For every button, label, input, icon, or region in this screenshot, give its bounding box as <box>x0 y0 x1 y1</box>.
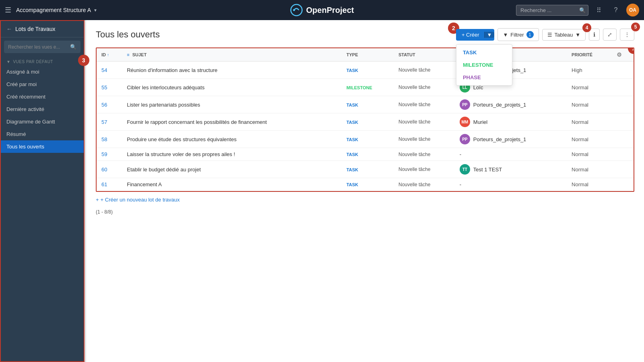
assignee-cell-empty: - <box>460 181 461 187</box>
cell-actions <box>612 62 634 79</box>
cell-id[interactable]: 56 <box>97 96 122 113</box>
assignee-avatar: MM <box>460 117 470 127</box>
table-row: 55 Cibler les interlocuteurs adéquats MI… <box>97 79 634 96</box>
tableau-button[interactable]: ☰ Tableau ▼ <box>542 29 586 41</box>
main-content: Tous les ouverts 2 + Créer ▼ TASK MILEST… <box>86 20 644 362</box>
header-actions: 2 + Créer ▼ TASK MILESTONE PHASE ▼ F <box>456 28 634 41</box>
cell-id[interactable]: 59 <box>97 148 122 161</box>
cell-id[interactable]: 54 <box>97 62 122 79</box>
work-packages-table-container: 1 ID ↑ ≡ SUJET TYPE STATUT ASSIGNÉ À PRI… <box>96 47 634 192</box>
create-new-link[interactable]: + + Créer un nouveau lot de travaux <box>96 197 634 203</box>
assignee-name: Porteurs_de_projets_1 <box>473 102 526 108</box>
step-badge-5: 5 <box>631 23 640 31</box>
assignee-name: Porteurs_de_projets_1 <box>473 136 526 142</box>
col-type[interactable]: TYPE <box>342 48 394 62</box>
cell-sujet: Fournir le rapport concernant les possib… <box>122 113 342 131</box>
create-button[interactable]: + Créer ▼ <box>456 29 495 41</box>
table-row: 57 Fournir le rapport concernant les pos… <box>97 113 634 131</box>
more-options-button[interactable]: ⋮ <box>620 29 634 41</box>
col-sujet[interactable]: ≡ SUJET <box>122 48 342 62</box>
cell-sujet: Lister les partenariats possibles <box>122 96 342 113</box>
filter-button[interactable]: ▼ Filtrer 1 5 <box>497 28 539 41</box>
type-badge: MILESTONE <box>347 85 372 90</box>
hamburger-menu[interactable]: ☰ <box>5 6 11 14</box>
sidebar-item[interactable]: Assigné à moi <box>1 66 84 78</box>
fullscreen-button[interactable]: ⤢ <box>603 29 617 41</box>
table-body: 54 Réunion d'information avec la structu… <box>97 62 634 191</box>
sidebar-section-chevron: ▼ <box>6 60 10 64</box>
cell-id[interactable]: 58 <box>97 131 122 148</box>
cell-type: MILESTONE <box>342 79 394 96</box>
type-badge: TASK <box>347 182 358 187</box>
type-badge: TASK <box>347 68 358 73</box>
cell-assignee: TT Test 1 TEST <box>455 161 567 178</box>
cell-statut: Nouvelle tâche <box>394 113 455 131</box>
sidebar: ← Lots de Travaux 🔍 ▼ VUES PAR DÉFAUT 3 … <box>0 20 85 362</box>
table-row: 58 Produire une étude des structures équ… <box>97 131 634 148</box>
create-new-plus-icon: + <box>96 197 99 203</box>
assignee-name: Muriel <box>473 119 487 125</box>
assignee-cell-empty: - <box>460 151 461 157</box>
sort-icon-id: ↑ <box>107 53 109 57</box>
main-layout: ← Lots de Travaux 🔍 ▼ VUES PAR DÉFAUT 3 … <box>0 20 644 362</box>
sidebar-item[interactable]: Diagramme de Gantt <box>1 115 84 128</box>
global-search-box[interactable]: 🔍 <box>516 5 588 16</box>
table-row: 61 Financement A TASK Nouvelle tâche - N… <box>97 178 634 191</box>
logo-icon <box>290 4 303 16</box>
type-badge: TASK <box>347 120 358 125</box>
cell-assignee: - <box>455 148 567 161</box>
help-button[interactable]: ? <box>609 4 622 16</box>
cell-priority: Normal <box>567 131 612 148</box>
cell-id[interactable]: 61 <box>97 178 122 191</box>
info-button[interactable]: ℹ <box>589 29 600 41</box>
sidebar-search-input[interactable] <box>8 44 68 50</box>
tableau-grid-icon: ☰ <box>547 32 552 38</box>
cell-priority: Normal <box>567 148 612 161</box>
cell-actions <box>612 161 634 178</box>
cell-actions <box>612 178 634 191</box>
cell-id[interactable]: 57 <box>97 113 122 131</box>
cell-id[interactable]: 60 <box>97 161 122 178</box>
col-priority[interactable]: PRIORITÉ <box>567 48 612 62</box>
table-row: 60 Etablir le budget dédié au projet TAS… <box>97 161 634 178</box>
sidebar-title: Lots de Travaux <box>15 26 56 32</box>
search-input[interactable] <box>520 7 577 13</box>
type-badge: TASK <box>347 137 358 142</box>
dropdown-item-phase[interactable]: PHASE <box>456 71 512 84</box>
sidebar-items-list: Assigné à moiCréé par moiCréé récemmentD… <box>1 66 84 153</box>
col-id[interactable]: ID ↑ <box>97 48 122 62</box>
cell-assignee: MM Muriel <box>455 113 567 131</box>
sidebar-item[interactable]: Créé par moi <box>1 78 84 90</box>
cell-priority: Normal <box>567 178 612 191</box>
tableau-label: Tableau <box>555 32 573 38</box>
cell-statut: Nouvelle tâche <box>394 96 455 113</box>
sidebar-item[interactable]: Tous les ouverts <box>1 140 84 153</box>
grid-menu-button[interactable]: ⠿ <box>592 4 605 16</box>
user-avatar[interactable]: OA <box>626 4 639 16</box>
assignee-cell: MM Muriel <box>460 117 562 127</box>
dropdown-item-task[interactable]: TASK <box>456 46 512 59</box>
svg-point-1 <box>293 9 295 11</box>
work-packages-table: ID ↑ ≡ SUJET TYPE STATUT ASSIGNÉ À PRIOR… <box>97 48 634 191</box>
create-new-label: + Créer un nouveau lot de travaux <box>101 197 180 203</box>
sidebar-item[interactable]: Résumé <box>1 128 84 140</box>
cell-statut: Nouvelle tâche <box>394 148 455 161</box>
sidebar-item[interactable]: Dernière activité <box>1 103 84 115</box>
dropdown-item-milestone[interactable]: MILESTONE <box>456 59 512 71</box>
filter-icon: ▼ <box>503 32 508 38</box>
column-settings-icon[interactable]: ⚙ <box>617 51 622 58</box>
cell-id[interactable]: 55 <box>97 79 122 96</box>
assignee-cell: PP Porteurs_de_projets_1 <box>460 99 562 110</box>
cell-type: TASK <box>342 178 394 191</box>
cell-statut: Nouvelle tâche <box>394 62 455 79</box>
sidebar-back-header[interactable]: ← Lots de Travaux <box>1 21 84 37</box>
cell-sujet: Produire une étude des structures équiva… <box>122 131 342 148</box>
filter-label: Filtrer <box>510 32 524 38</box>
create-dropdown-arrow[interactable]: ▼ <box>484 32 495 38</box>
sidebar-search-box[interactable]: 🔍 <box>4 41 80 53</box>
cell-sujet: Laisser la structure voler de ses propre… <box>122 148 342 161</box>
col-statut[interactable]: STATUT <box>394 48 455 62</box>
sidebar-item[interactable]: Créé récemment <box>1 90 84 103</box>
cell-type: TASK <box>342 96 394 113</box>
project-selector[interactable]: Accompagnement Structure A ▼ <box>16 7 97 13</box>
